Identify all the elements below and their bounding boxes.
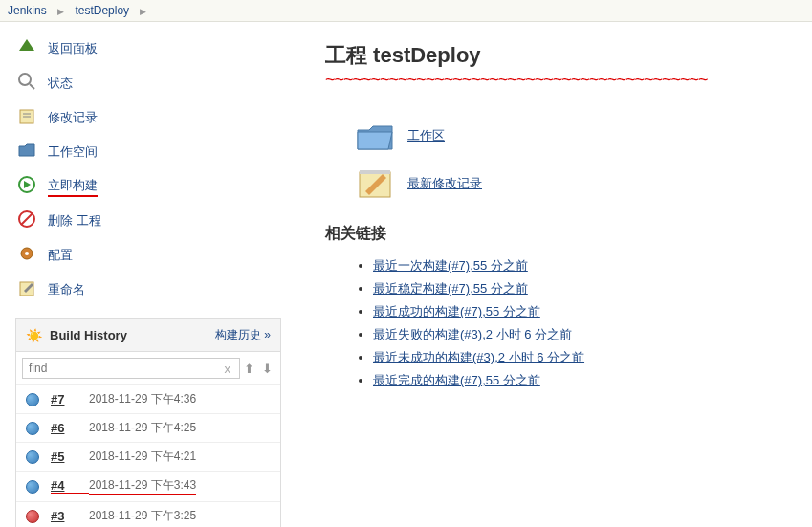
find-row: x ⬆ ⬇ — [16, 352, 280, 384]
nav-changes-label: 修改记录 — [48, 109, 98, 126]
nav-changes[interactable]: 修改记录 — [0, 100, 296, 135]
related-links-title: 相关链接 — [325, 224, 783, 244]
build-history-title: Build History — [50, 328, 215, 342]
nav-status[interactable]: 状态 — [0, 66, 296, 100]
search-icon — [15, 72, 38, 95]
breadcrumb-sep-icon: ▶ — [140, 7, 146, 16]
notepad-large-icon — [354, 166, 396, 201]
nav-configure-label: 配置 — [48, 247, 73, 264]
find-input[interactable] — [22, 358, 240, 379]
svg-point-11 — [25, 252, 29, 255]
clear-icon[interactable]: x — [225, 362, 231, 376]
related-link-item: 最近一次构建(#7),55 分之前 — [373, 257, 783, 274]
related-link-item: 最近失败的构建(#3),2 小时 6 分之前 — [373, 326, 783, 343]
build-history-link[interactable]: 构建历史 » — [215, 327, 271, 343]
svg-line-9 — [21, 213, 33, 225]
breadcrumb-sep-icon: ▶ — [57, 7, 64, 16]
edit-icon — [15, 278, 38, 301]
build-date: 2018-11-29 下午3:25 — [89, 508, 196, 524]
build-history-panel: ☀️ Build History 构建历史 » x ⬆ ⬇ #72018-11-… — [15, 318, 281, 527]
svg-marker-0 — [19, 39, 34, 51]
related-link-item: 最近稳定构建(#7),55 分之前 — [373, 280, 783, 297]
build-date: 2018-11-29 下午4:25 — [89, 420, 196, 436]
build-row[interactable]: #32018-11-29 下午3:25 — [16, 501, 280, 527]
nav-delete[interactable]: 删除 工程 — [0, 204, 296, 238]
build-row[interactable]: #62018-11-29 下午4:25 — [16, 413, 280, 442]
related-link-time[interactable]: ,55 分之前 — [482, 373, 540, 387]
status-ball-icon — [26, 480, 39, 494]
action-changes-label: 最新修改记录 — [407, 175, 482, 192]
svg-point-1 — [19, 74, 31, 85]
related-link[interactable]: 最近未成功的构建(#3) — [373, 350, 494, 364]
nav-status-label: 状态 — [48, 75, 73, 92]
gear-icon — [15, 244, 38, 267]
related-link[interactable]: 最近失败的构建(#3) — [373, 327, 482, 341]
sun-icon: ☀️ — [26, 328, 42, 343]
annotation-underline: ~~~~~~~~~~~~~~~~~~~~~~~~~~~~~~~~~~~~~~~~… — [325, 70, 783, 90]
build-number[interactable]: #7 — [51, 392, 89, 406]
scroll-down-icon[interactable]: ⬇ — [260, 362, 274, 376]
nav-rename-label: 重命名 — [48, 281, 85, 298]
status-ball-icon — [26, 510, 39, 523]
notepad-icon — [15, 106, 38, 129]
nav-back-label: 返回面板 — [48, 40, 98, 57]
related-link-time[interactable]: ,55 分之前 — [470, 281, 528, 296]
related-link-item: 最近成功的构建(#7),55 分之前 — [373, 303, 783, 320]
nav-configure[interactable]: 配置 — [0, 238, 296, 273]
clock-icon — [15, 175, 38, 198]
up-arrow-icon — [15, 37, 38, 60]
folder-large-icon — [354, 119, 396, 153]
svg-line-2 — [30, 84, 34, 89]
action-workspace-label: 工作区 — [407, 127, 445, 144]
build-date: 2018-11-29 下午4:36 — [89, 391, 196, 407]
scroll-up-icon[interactable]: ⬆ — [242, 362, 256, 376]
action-changes[interactable]: 最新修改记录 — [354, 166, 755, 201]
related-links-list: 最近一次构建(#7),55 分之前最近稳定构建(#7),55 分之前最近成功的构… — [373, 257, 783, 389]
breadcrumb: Jenkins ▶ testDeploy ▶ — [0, 0, 812, 22]
nav-delete-label: 删除 工程 — [48, 212, 101, 230]
build-number[interactable]: #4 — [51, 478, 89, 494]
build-row[interactable]: #42018-11-29 下午3:43 — [16, 471, 280, 501]
status-ball-icon — [26, 450, 39, 464]
related-link-time[interactable]: ,2 小时 6 分之前 — [494, 350, 584, 364]
sidebar: 返回面板 状态 修改记录 工作空间 立即构建 删除 工程 配置 重命名 — [0, 22, 296, 527]
breadcrumb-home[interactable]: Jenkins — [8, 4, 47, 17]
folder-icon — [15, 141, 38, 164]
status-ball-icon — [26, 393, 39, 406]
related-link-time[interactable]: ,55 分之前 — [482, 304, 540, 318]
related-link[interactable]: 最近一次构建(#7) — [373, 258, 470, 273]
related-link[interactable]: 最近完成的构建(#7) — [373, 373, 482, 387]
build-date: 2018-11-29 下午3:43 — [89, 477, 196, 495]
build-date: 2018-11-29 下午4:21 — [89, 449, 196, 465]
no-entry-icon — [15, 209, 38, 232]
nav-workspace[interactable]: 工作空间 — [0, 135, 296, 169]
nav-rename[interactable]: 重命名 — [0, 273, 296, 307]
breadcrumb-project[interactable]: testDeploy — [75, 4, 129, 17]
build-number[interactable]: #5 — [51, 450, 89, 464]
action-workspace[interactable]: 工作区 — [354, 119, 755, 153]
build-row[interactable]: #52018-11-29 下午4:21 — [16, 442, 280, 471]
build-number[interactable]: #3 — [51, 509, 89, 523]
nav-workspace-label: 工作空间 — [48, 143, 98, 161]
build-row[interactable]: #72018-11-29 下午4:36 — [16, 384, 280, 413]
status-ball-icon — [26, 422, 39, 435]
related-link-item: 最近完成的构建(#7),55 分之前 — [373, 372, 783, 389]
build-history-header: ☀️ Build History 构建历史 » — [16, 319, 280, 352]
related-link[interactable]: 最近稳定构建(#7) — [373, 281, 470, 296]
nav-build-now[interactable]: 立即构建 — [0, 169, 296, 204]
nav-back[interactable]: 返回面板 — [0, 32, 296, 66]
main-content: 工程 testDeploy ~~~~~~~~~~~~~~~~~~~~~~~~~~… — [296, 22, 812, 527]
build-number[interactable]: #6 — [51, 421, 89, 435]
related-link-item: 最近未成功的构建(#3),2 小时 6 分之前 — [373, 349, 783, 366]
related-link[interactable]: 最近成功的构建(#7) — [373, 304, 482, 318]
nav-build-now-label: 立即构建 — [48, 177, 98, 197]
svg-rect-14 — [360, 170, 390, 174]
related-link-time[interactable]: ,2 小时 6 分之前 — [482, 327, 572, 341]
related-link-time[interactable]: ,55 分之前 — [470, 258, 528, 273]
page-title: 工程 testDeploy — [325, 41, 783, 70]
